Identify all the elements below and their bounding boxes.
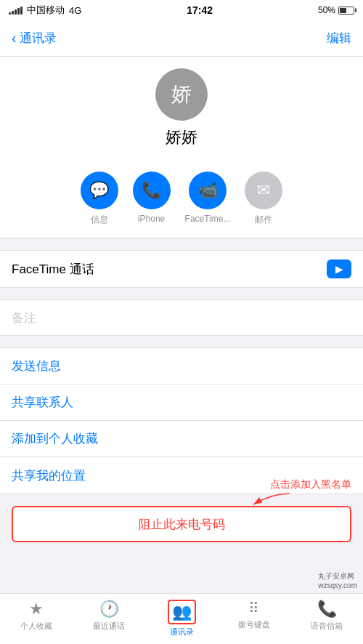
facetime-section-label: FaceTime 通话 bbox=[12, 261, 94, 278]
block-caller-button[interactable]: 阻止此来电号码 bbox=[12, 506, 351, 542]
add-favorite-item[interactable]: 添加到个人收藏 bbox=[0, 421, 363, 457]
watermark: 丸子安卓网wzsqsy.com bbox=[318, 571, 357, 589]
mail-label: 邮件 bbox=[255, 214, 272, 226]
tab-favorites[interactable]: ★ 个人收藏 bbox=[0, 600, 73, 632]
favorites-icon: ★ bbox=[29, 600, 44, 619]
keypad-icon: ⠿ bbox=[248, 600, 260, 617]
note-section[interactable]: 备注 bbox=[0, 299, 363, 336]
facetime-icon: 📹 bbox=[189, 172, 227, 209]
status-right: 50% bbox=[318, 5, 354, 15]
tab-voicemail-label: 语音信箱 bbox=[311, 621, 343, 632]
send-message-item[interactable]: 发送信息 bbox=[0, 348, 363, 385]
tab-contacts-label: 通讯录 bbox=[170, 627, 194, 637]
share-contact-item[interactable]: 共享联系人 bbox=[0, 385, 363, 421]
tab-favorites-label: 个人收藏 bbox=[20, 621, 52, 632]
avatar: 娇 bbox=[155, 68, 208, 121]
status-bar: 中国移动 4G 17:42 50% bbox=[0, 0, 363, 20]
back-label: 通讯录 bbox=[20, 30, 57, 47]
carrier-label: 中国移动 bbox=[27, 4, 65, 17]
recents-icon: 🕐 bbox=[99, 600, 119, 619]
share-contact-label: 共享联系人 bbox=[12, 394, 73, 411]
mail-icon: ✉ bbox=[245, 172, 282, 209]
tab-contacts[interactable]: 👥 通讯录 bbox=[145, 600, 218, 637]
network-type: 4G bbox=[69, 5, 81, 16]
phone-label: iPhone bbox=[138, 214, 165, 224]
facetime-label: FaceTime... bbox=[185, 214, 231, 224]
message-label: 信息 bbox=[91, 214, 108, 226]
phone-action[interactable]: 📞 iPhone bbox=[133, 172, 171, 226]
block-label: 阻止此来电号码 bbox=[139, 516, 225, 533]
voicemail-icon: 📞 bbox=[317, 600, 337, 619]
tab-bar: ★ 个人收藏 🕐 最近通话 👥 通讯录 ⠿ 拨号键盘 📞 语音信箱 bbox=[0, 593, 363, 644]
phone-icon: 📞 bbox=[133, 172, 171, 209]
facetime-section: FaceTime 通话 ▶ bbox=[0, 250, 363, 288]
add-favorite-label: 添加到个人收藏 bbox=[12, 430, 98, 447]
tab-keypad-label: 拨号键盘 bbox=[238, 619, 270, 630]
contact-header: 娇 娇娇 bbox=[0, 57, 363, 163]
nav-bar: ‹ 通讯录 编辑 bbox=[0, 20, 363, 57]
signal-icon bbox=[9, 6, 23, 15]
battery-icon bbox=[338, 7, 354, 15]
mail-action[interactable]: ✉ 邮件 bbox=[245, 172, 282, 226]
note-placeholder: 备注 bbox=[12, 310, 36, 326]
message-icon: 💬 bbox=[81, 172, 118, 209]
status-time: 17:42 bbox=[187, 4, 213, 16]
block-container: 点击添加入黑名单 阻止此来电号码 bbox=[0, 506, 363, 542]
facetime-action[interactable]: 📹 FaceTime... bbox=[185, 172, 231, 226]
tab-keypad[interactable]: ⠿ 拨号键盘 bbox=[218, 600, 290, 630]
message-action[interactable]: 💬 信息 bbox=[81, 172, 118, 226]
share-location-label: 共享我的位置 bbox=[12, 467, 86, 484]
facetime-video-icon: ▶ bbox=[335, 263, 343, 275]
tab-contacts-active-border: 👥 bbox=[168, 600, 196, 624]
status-left: 中国移动 4G bbox=[9, 4, 81, 17]
battery-percent: 50% bbox=[318, 5, 335, 15]
tab-recents[interactable]: 🕐 最近通话 bbox=[73, 600, 145, 632]
send-message-label: 发送信息 bbox=[12, 358, 61, 374]
back-arrow-icon: ‹ bbox=[12, 30, 17, 47]
tab-voicemail[interactable]: 📞 语音信箱 bbox=[290, 600, 363, 632]
facetime-row[interactable]: FaceTime 通话 ▶ bbox=[12, 251, 351, 287]
edit-button[interactable]: 编辑 bbox=[327, 30, 351, 47]
contacts-icon: 👥 bbox=[172, 603, 192, 621]
action-buttons-row: 💬 信息 📞 iPhone 📹 FaceTime... ✉ 邮件 bbox=[0, 163, 363, 238]
action-list: 发送信息 共享联系人 添加到个人收藏 共享我的位置 bbox=[0, 347, 363, 494]
back-button[interactable]: ‹ 通讯录 bbox=[12, 30, 57, 47]
tab-recents-label: 最近通话 bbox=[93, 621, 125, 632]
facetime-video-button[interactable]: ▶ bbox=[327, 259, 351, 278]
contact-name: 娇娇 bbox=[166, 126, 197, 148]
